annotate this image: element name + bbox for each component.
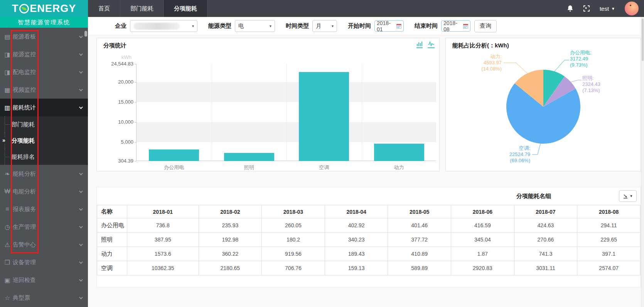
tab-home[interactable]: 首页	[88, 0, 120, 17]
column-header-2018-05: 2018-05	[388, 205, 451, 218]
column-header-2018-08: 2018-08	[577, 205, 641, 218]
y-tick-mark	[135, 161, 137, 161]
pie-label-ac: 空调: 22524.79 (69.06%)	[491, 145, 530, 164]
time-type-label: 时间类型	[286, 22, 309, 30]
line-chart-type-icon[interactable]	[428, 41, 435, 48]
bar-chart-type-icon[interactable]	[416, 41, 423, 48]
bar-动力[interactable]	[374, 144, 424, 161]
cell-value: 402.92	[325, 218, 388, 233]
x-category-label: 空调	[287, 164, 362, 171]
chevron-down-icon	[79, 225, 83, 228]
sidebar-item-energy-monitoring[interactable]: ◨能源监控	[0, 45, 88, 63]
company-select[interactable]: ▾	[130, 20, 197, 32]
brand-logo: TENERGY	[0, 0, 88, 17]
sidebar-item-energy-analysis[interactable]: ❧能耗分析	[0, 165, 88, 183]
avatar[interactable]	[625, 2, 639, 15]
detail-table: 名称2018-012018-022018-032018-042018-05201…	[97, 205, 641, 275]
sidebar-item-video-monitoring[interactable]: ▦视频监控	[0, 81, 88, 99]
sidebar-item-power-distribution-monitoring[interactable]: ◨配电监控	[0, 63, 88, 81]
column-header-2018-01: 2018-01	[127, 205, 199, 218]
start-date-input[interactable]: 2018-01	[374, 20, 404, 32]
end-date-value: 2018-08	[443, 20, 463, 32]
time-type-select[interactable]: 月 ▾	[312, 20, 337, 32]
sidebar-item-typical-ticket[interactable]: ☆典型票	[0, 289, 88, 307]
column-header-2018-03: 2018-03	[262, 205, 325, 218]
sidebar-subitem-label: 部门能耗	[12, 121, 35, 128]
pie-leader-line	[555, 60, 569, 71]
caret-down-icon: ▼	[611, 7, 615, 11]
sidebar-item-alarm-center[interactable]: ⚠告警中心	[0, 236, 88, 253]
tab-subitem-energy[interactable]: 分项能耗	[164, 0, 207, 17]
cell-value: 410.89	[388, 247, 451, 261]
search-button[interactable]: 查询	[474, 20, 497, 32]
x-category-label: 办公用电	[137, 164, 212, 171]
alarm-bell-icon: ⚠	[3, 241, 12, 248]
page-scrollbar[interactable]	[641, 17, 644, 307]
y-tick-label: 24,544.83	[99, 61, 133, 67]
vertical-gridline	[362, 64, 362, 161]
cell-value: 2180.65	[199, 261, 262, 275]
sidebar-item-power-analysis[interactable]: ₩电能分析	[0, 183, 88, 200]
chevron-down-icon	[79, 260, 83, 264]
chevron-down-icon	[79, 295, 83, 299]
cell-value: 229.65	[577, 233, 641, 247]
bar-chart: 304.395,00010,00015,00020,00024,544.83办公…	[136, 64, 436, 161]
chevron-down-icon	[79, 34, 83, 38]
start-time-label: 开始时间	[348, 22, 371, 30]
user-menu[interactable]: test ▼	[600, 5, 615, 12]
cell-value: 10362.35	[127, 261, 199, 275]
sidebar-item-patrol-inspection[interactable]: ▣巡回检查	[0, 271, 88, 289]
scrollbar-thumb[interactable]	[642, 18, 644, 61]
cell-value: 416.59	[451, 218, 514, 233]
report-icon: ≡	[3, 206, 12, 213]
chevron-down-icon	[79, 171, 83, 175]
sidebar-subitem-department-energy[interactable]: 部门能耗	[0, 116, 88, 133]
logo-text-t: T	[12, 3, 19, 15]
device-book-icon: ❒	[3, 259, 12, 266]
clock-icon: ◷	[3, 223, 12, 231]
y-tick-mark	[135, 142, 137, 143]
tab-department-energy[interactable]: 部门能耗	[120, 0, 164, 17]
sidebar-item-label: 能耗分析	[13, 170, 36, 178]
sidebar-item-label: 视频监控	[13, 86, 36, 94]
column-header-2018-04: 2018-04	[325, 205, 388, 218]
cell-value: 2574.07	[577, 261, 641, 275]
sidebar-subitem-label: 能耗排名	[12, 153, 35, 161]
fullscreen-icon[interactable]	[583, 5, 590, 12]
sidebar-subitem-subitem-energy[interactable]: »分项能耗	[0, 133, 88, 149]
cell-value: 235.93	[199, 218, 262, 233]
sidebar-item-label: 能源监控	[13, 51, 36, 58]
pie-label-power: 动力: 4593.97 (14.08%)	[465, 54, 502, 72]
sidebar-item-energy-dashboard[interactable]: ▤能源看板	[0, 28, 88, 45]
bar-办公用电[interactable]	[149, 149, 199, 161]
cell-value: 3031.11	[514, 261, 577, 275]
cell-value: 387.95	[127, 233, 199, 247]
sidebar-item-production-management[interactable]: ◷生产管理	[0, 218, 88, 236]
sidebar-subitem-energy-ranking[interactable]: 能耗排名	[0, 149, 88, 165]
sidebar-scrollbar-thumb[interactable]	[84, 31, 87, 37]
user-name: test	[600, 5, 609, 12]
logo-text-energy: ENERGY	[30, 3, 76, 15]
energy-type-select[interactable]: 电 ▾	[235, 20, 275, 32]
energy-type-value: 电	[238, 23, 244, 30]
content-column: 首页部门能耗分项能耗 test ▼ 企业 ▾	[88, 0, 644, 307]
cell-value: 397.1	[577, 247, 641, 261]
active-marker-icon: »	[2, 137, 5, 143]
time-type-value: 月	[316, 23, 321, 30]
sidebar-item-report-service[interactable]: ≡报表服务	[0, 200, 88, 218]
sidebar-item-device-management[interactable]: ❒设备管理	[0, 253, 88, 271]
end-date-input[interactable]: 2018-08	[441, 20, 470, 32]
notification-bell-icon[interactable]	[567, 5, 573, 12]
bar-照明[interactable]	[224, 153, 274, 161]
end-time-label: 结束时间	[415, 22, 438, 30]
x-category-label: 动力	[362, 164, 437, 171]
sidebar-menu: ▤能源看板◨能源监控◨配电监控▦视频监控▥能耗统计部门能耗»分项能耗能耗排名❧能…	[0, 28, 88, 307]
cell-value: 424.63	[514, 218, 577, 233]
bar-空调[interactable]	[299, 72, 349, 161]
row-name: 动力	[97, 247, 127, 261]
y-tick-label: 15,000	[99, 99, 133, 105]
bar-chart-icon: ▥	[3, 104, 12, 111]
sidebar-item-energy-statistics[interactable]: ▥能耗统计	[0, 99, 88, 116]
export-button[interactable]: ▼	[619, 190, 637, 202]
cell-value: 1573.6	[127, 247, 199, 261]
